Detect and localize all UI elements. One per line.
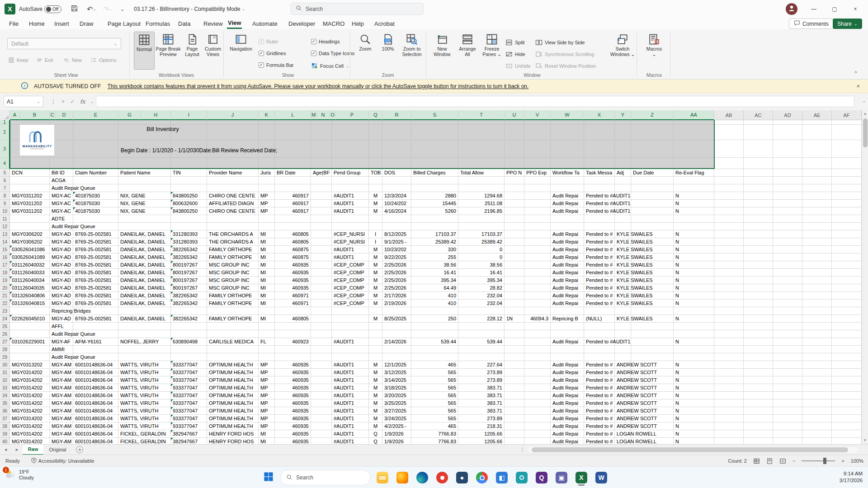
cell[interactable] bbox=[118, 353, 171, 361]
row-header-38[interactable]: 38 bbox=[0, 422, 10, 430]
cell[interactable]: Audit Repai bbox=[551, 261, 584, 269]
cell[interactable] bbox=[744, 177, 773, 184]
cell[interactable]: N bbox=[674, 253, 714, 261]
cell[interactable] bbox=[207, 307, 259, 315]
cell[interactable] bbox=[311, 361, 332, 369]
cell[interactable] bbox=[802, 330, 832, 338]
cell[interactable] bbox=[382, 184, 411, 192]
cell[interactable] bbox=[631, 200, 674, 207]
cell[interactable]: THE ORCHARDS A bbox=[207, 238, 259, 246]
cell[interactable]: 933377047 bbox=[171, 415, 207, 422]
cell[interactable]: MGY-AD bbox=[50, 238, 73, 246]
cell[interactable]: 843800250 bbox=[171, 192, 207, 200]
cell[interactable] bbox=[332, 158, 369, 169]
cell[interactable]: Audit Repai bbox=[551, 392, 584, 399]
cell[interactable]: #AUDIT1 bbox=[332, 376, 369, 384]
cell[interactable]: DANEILAK, DANIEL bbox=[118, 246, 171, 253]
cell[interactable]: 630890498 bbox=[171, 338, 207, 346]
cell[interactable]: ANDREW SCOTT bbox=[615, 399, 631, 407]
cell[interactable] bbox=[505, 353, 524, 361]
column-header-R[interactable]: R bbox=[382, 110, 411, 120]
cell[interactable]: Audit Repai bbox=[551, 361, 584, 369]
cell[interactable]: 460935 bbox=[275, 392, 311, 399]
cell[interactable]: N bbox=[674, 338, 714, 346]
cell[interactable]: FAMILY ORTHOPE bbox=[207, 315, 259, 323]
column-header-L[interactable]: L bbox=[275, 110, 311, 120]
cell[interactable] bbox=[382, 307, 411, 315]
cell[interactable]: 8769-25-002581 bbox=[73, 292, 118, 300]
cell[interactable] bbox=[332, 323, 369, 330]
cell[interactable] bbox=[832, 192, 862, 200]
cell[interactable] bbox=[832, 246, 862, 253]
cell[interactable] bbox=[773, 246, 802, 253]
cell[interactable]: 46094.3 bbox=[524, 315, 551, 323]
cell[interactable]: 331280393 bbox=[171, 238, 207, 246]
cell[interactable]: OPTIMUM HEALTH bbox=[207, 376, 259, 384]
cell[interactable]: MGY-AM bbox=[50, 415, 73, 422]
cell[interactable] bbox=[259, 184, 275, 192]
taskbar-search[interactable]: Search bbox=[280, 470, 371, 485]
cell[interactable]: M bbox=[369, 407, 382, 415]
cell[interactable]: KYLE SWAILES bbox=[615, 292, 631, 300]
cell[interactable] bbox=[744, 422, 773, 430]
cell[interactable]: 38.56 bbox=[411, 261, 458, 269]
cell[interactable] bbox=[674, 307, 714, 315]
cell[interactable] bbox=[118, 323, 171, 330]
ribbon-button-options[interactable]: Options bbox=[90, 57, 116, 63]
cell[interactable] bbox=[505, 223, 524, 230]
cell[interactable] bbox=[369, 184, 382, 192]
normal-view-button[interactable] bbox=[753, 458, 760, 465]
cell[interactable] bbox=[524, 323, 551, 330]
cell[interactable]: FAMILY ORTHOPE bbox=[207, 253, 259, 261]
cell[interactable]: N bbox=[674, 399, 714, 407]
cell[interactable] bbox=[631, 323, 674, 330]
row-header-40[interactable]: 40 bbox=[0, 438, 10, 444]
cell[interactable] bbox=[832, 346, 862, 353]
cell[interactable] bbox=[714, 307, 744, 315]
cell[interactable] bbox=[207, 184, 259, 192]
row-header-18[interactable]: 18 bbox=[0, 269, 10, 277]
cell[interactable] bbox=[369, 338, 382, 346]
cell[interactable] bbox=[714, 323, 744, 330]
cell[interactable] bbox=[311, 238, 332, 246]
cell[interactable] bbox=[382, 177, 411, 184]
cell[interactable]: MGY-AD bbox=[50, 277, 73, 284]
cell[interactable] bbox=[382, 346, 411, 353]
cell[interactable] bbox=[773, 384, 802, 392]
cell[interactable]: N bbox=[674, 376, 714, 384]
cell[interactable]: Audit Repai bbox=[551, 230, 584, 238]
cell[interactable] bbox=[744, 125, 773, 140]
column-header-AE[interactable]: AE bbox=[802, 110, 832, 120]
cell[interactable] bbox=[714, 384, 744, 392]
cell[interactable] bbox=[10, 346, 50, 353]
cell[interactable] bbox=[505, 292, 524, 300]
cell[interactable]: #AUDIT1 bbox=[332, 253, 369, 261]
cell[interactable] bbox=[369, 215, 382, 223]
cell[interactable]: 273.89 bbox=[458, 369, 505, 376]
cell[interactable] bbox=[505, 230, 524, 238]
cell[interactable]: MGY-AM bbox=[50, 399, 73, 407]
cell[interactable] bbox=[411, 140, 458, 158]
row-header-24[interactable]: 24 bbox=[0, 315, 10, 323]
cell[interactable]: Audit Repai bbox=[551, 200, 584, 207]
cell[interactable]: 10/23/202 bbox=[382, 246, 411, 253]
column-header-A[interactable]: A bbox=[10, 110, 20, 120]
cell[interactable]: AFFILIATED DIAGN bbox=[207, 200, 259, 207]
cell[interactable] bbox=[802, 169, 832, 177]
cell[interactable]: PPO N bbox=[505, 169, 524, 177]
cell[interactable] bbox=[714, 223, 744, 230]
cell[interactable] bbox=[171, 323, 207, 330]
cell[interactable] bbox=[311, 177, 332, 184]
cell[interactable] bbox=[524, 192, 551, 200]
checkbox-gridlines[interactable]: ✓Gridlines bbox=[259, 51, 286, 56]
cell[interactable] bbox=[714, 338, 744, 346]
cell[interactable]: 2/19/2026 bbox=[382, 300, 411, 307]
taskbar-camera-app-icon[interactable] bbox=[514, 469, 530, 486]
cell[interactable] bbox=[744, 292, 773, 300]
cell[interactable]: N bbox=[674, 384, 714, 392]
cell[interactable]: KYLE SWAILES bbox=[615, 277, 631, 284]
cell[interactable] bbox=[631, 158, 674, 169]
cell[interactable] bbox=[744, 353, 773, 361]
cell[interactable]: Audit Repai bbox=[551, 384, 584, 392]
column-header-E[interactable]: E bbox=[73, 110, 118, 120]
